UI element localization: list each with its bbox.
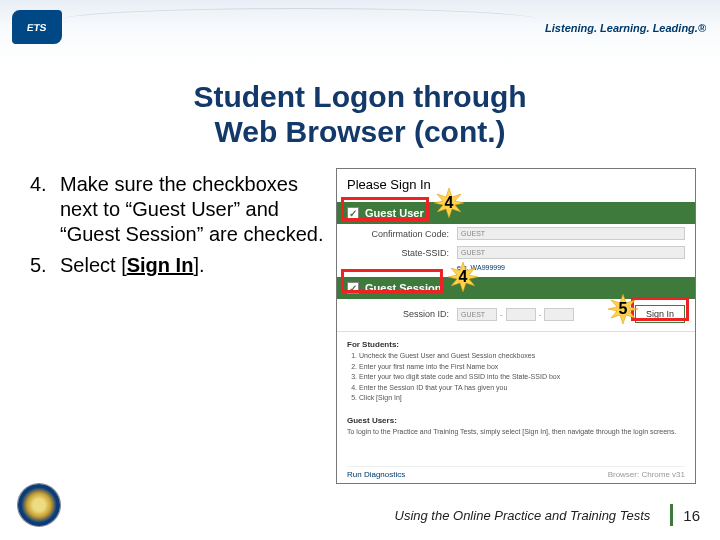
ssid-label: State-SSID: — [347, 248, 457, 258]
step-5-number: 5. — [30, 253, 47, 278]
callout-star-4b: 4 — [448, 262, 478, 292]
step-4: 4. Make sure the checkboxes next to “Gue… — [30, 172, 330, 247]
step-4-number: 4. — [30, 172, 47, 197]
confirmation-code-label: Confirmation Code: — [347, 229, 457, 239]
ssid-input[interactable]: GUEST — [457, 246, 685, 259]
browser-info: Browser: Chrome v31 — [608, 470, 685, 479]
guest-users-heading: Guest Users: — [337, 408, 695, 427]
session-seg-1[interactable]: GUEST — [457, 308, 497, 321]
callout-star-5: 5 — [608, 294, 638, 324]
title-line-2: Web Browser (cont.) — [0, 115, 720, 150]
ets-logo-text: ETS — [26, 22, 47, 33]
diagnostics-row: Run Diagnostics Browser: Chrome v31 — [347, 466, 685, 479]
confirmation-code-row: Confirmation Code: GUEST — [337, 224, 695, 243]
footer: Using the Online Practice and Training T… — [395, 504, 701, 526]
session-id-label: Session ID: — [347, 309, 457, 319]
seal-icon — [18, 484, 60, 526]
step-4-text: Make sure the checkboxes next to “Guest … — [60, 173, 323, 245]
step-5: 5. Select [Sign In]. — [30, 253, 330, 278]
tagline: Listening. Learning. Leading.® — [545, 22, 706, 34]
callout-star-4a: 4 — [434, 188, 464, 218]
header-curve — [60, 8, 540, 48]
run-diagnostics-link[interactable]: Run Diagnostics — [347, 470, 405, 479]
login-screenshot: Please Sign In ✓ Guest User Confirmation… — [336, 168, 696, 484]
slide-title: Student Logon through Web Browser (cont.… — [0, 80, 720, 149]
callout-box-guest-session — [341, 269, 443, 293]
session-seg-2[interactable] — [506, 308, 536, 321]
ets-logo: ETS — [12, 10, 62, 44]
page-number: 16 — [683, 507, 700, 524]
for-students-list: Uncheck the Guest User and Guest Session… — [337, 351, 695, 408]
footer-separator — [670, 504, 673, 526]
step-5-text: Select [Sign In]. — [60, 254, 205, 276]
session-seg-3[interactable] — [544, 308, 574, 321]
callout-box-guest-user — [341, 197, 429, 221]
guest-users-text: To login to the Practice and Training Te… — [337, 427, 695, 442]
for-students-heading: For Students: — [337, 332, 695, 351]
callout-box-sign-in — [631, 297, 689, 321]
ssid-row: State-SSID: GUEST — [337, 243, 695, 262]
instruction-steps: 4. Make sure the checkboxes next to “Gue… — [30, 172, 330, 284]
title-line-1: Student Logon through — [0, 80, 720, 115]
footer-text: Using the Online Practice and Training T… — [395, 508, 661, 523]
confirmation-code-input[interactable]: GUEST — [457, 227, 685, 240]
